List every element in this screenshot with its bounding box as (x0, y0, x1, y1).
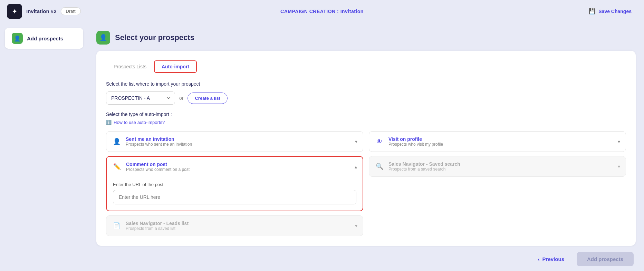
sidebar-add-prospects-button[interactable]: 👤 Add prospects (5, 28, 83, 49)
main-content: 👤 Select your prospects Prospects Lists … (88, 22, 644, 271)
url-label: Enter the URL of the post (113, 182, 356, 187)
search-icon: 🔍 (375, 163, 384, 170)
campaign-name: Invitation #2 (26, 8, 57, 14)
option-text-sent-invitation: Sent me an invitation Prospects who sent… (126, 136, 192, 147)
option-text-saved-search: Sales Navigator - Saved search Prospects… (388, 161, 460, 172)
list-select-row: PROSPECTIN - A PROSPECTIN - B PROSPECTIN… (106, 91, 626, 105)
col-right: 👁 Visit on profile Prospects who visit m… (369, 131, 626, 236)
document-icon: 📄 (112, 222, 122, 230)
chevron-down-icon-leads: ▾ (355, 223, 357, 229)
save-changes-button[interactable]: 💾 Save Changes (583, 5, 637, 17)
option-visit-profile[interactable]: 👁 Visit on profile Prospects who visit m… (369, 131, 626, 152)
option-desc-saved-search: Prospects from a saved search (388, 167, 460, 172)
logo-icon: ✦ (7, 4, 22, 19)
option-title-visit-profile: Visit on profile (388, 136, 443, 142)
user-icon: 👤 (112, 138, 122, 145)
option-desc-visit-profile: Prospects who visit my profile (388, 142, 443, 147)
or-text: or (179, 95, 183, 101)
create-list-button[interactable]: Create a list (188, 93, 228, 104)
add-prospects-submit-button[interactable]: Add prospects (577, 252, 634, 266)
option-title-sent-invitation: Sent me an invitation (126, 136, 192, 142)
tabs: Prospects Lists Auto-import (106, 60, 626, 73)
campaign-creation-label: CAMPAIGN CREATION : Invitation (280, 9, 364, 14)
tab-prospects-lists[interactable]: Prospects Lists (106, 60, 154, 73)
pencil-icon: ✏️ (112, 163, 122, 171)
chevron-up-icon: ▴ (355, 164, 357, 170)
chevron-down-icon-visit: ▾ (618, 139, 620, 144)
option-title-comment: Comment on post (126, 162, 190, 167)
page-title: Select your prospects (115, 33, 194, 42)
option-desc-comment: Prospects who comment on a post (126, 167, 190, 172)
chevron-down-icon-search: ▾ (618, 164, 620, 169)
option-title-saved-search: Sales Navigator - Saved search (388, 161, 460, 167)
list-section-label: Select the list where to import your pro… (106, 81, 626, 87)
option-saved-search[interactable]: 🔍 Sales Navigator - Saved search Prospec… (369, 156, 626, 177)
bottom-nav: ‹ Previous Add prospects (88, 247, 644, 271)
col-left: 👤 Sent me an invitation Prospects who se… (106, 131, 363, 236)
option-desc-leads-list: Prospects from a saved list (126, 226, 189, 231)
option-title-leads-list: Sales Navigator - Leads list (126, 221, 189, 226)
option-sent-invitation[interactable]: 👤 Sent me an invitation Prospects who se… (106, 131, 363, 152)
option-text-visit-profile: Visit on profile Prospects who visit my … (388, 136, 443, 147)
page-title-icon: 👤 (96, 31, 110, 45)
main-card: Prospects Lists Auto-import Select the l… (96, 51, 636, 246)
page-title-row: 👤 Select your prospects (96, 31, 636, 45)
option-leads-list[interactable]: 📄 Sales Navigator - Leads list Prospects… (106, 215, 363, 236)
option-comment-on-post: ✏️ Comment on post Prospects who comment… (106, 156, 363, 211)
option-text-leads-list: Sales Navigator - Leads list Prospects f… (126, 221, 189, 231)
previous-button[interactable]: ‹ Previous (531, 253, 571, 265)
save-icon: 💾 (589, 8, 596, 14)
top-header: ✦ Invitation #2 Draft CAMPAIGN CREATION … (0, 0, 644, 22)
header-left: ✦ Invitation #2 Draft (7, 4, 81, 19)
option-comment-header[interactable]: ✏️ Comment on post Prospects who comment… (107, 157, 363, 177)
option-desc-sent-invitation: Prospects who sent me an invitation (126, 142, 192, 147)
option-comment-body: Enter the URL of the post (107, 177, 363, 211)
info-icon: ℹ️ (106, 120, 112, 125)
how-to-link[interactable]: ℹ️ How to use auto-imports? (106, 120, 626, 125)
url-input[interactable] (113, 190, 356, 204)
list-select[interactable]: PROSPECTIN - A PROSPECTIN - B PROSPECTIN… (106, 91, 175, 105)
tab-auto-import[interactable]: Auto-import (154, 60, 197, 73)
chevron-left-icon: ‹ (538, 256, 540, 262)
add-prospects-icon: 👤 (12, 33, 23, 44)
options-grid: 👤 Sent me an invitation Prospects who se… (106, 131, 626, 236)
draft-badge: Draft (61, 7, 81, 15)
eye-icon: 👁 (375, 138, 384, 145)
chevron-down-icon: ▾ (355, 139, 357, 144)
sidebar: 👤 Add prospects (0, 22, 88, 271)
type-label: Select the type of auto-import : (106, 112, 626, 117)
option-text-comment: Comment on post Prospects who comment on… (126, 162, 190, 172)
